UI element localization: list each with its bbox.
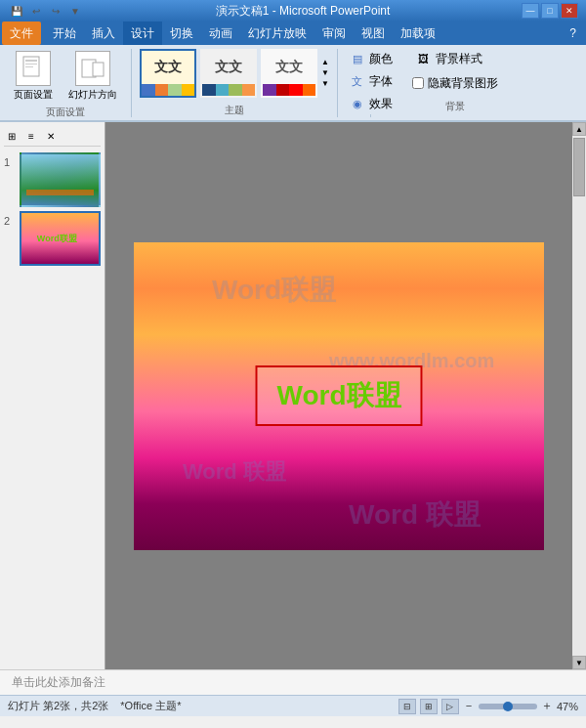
menu-review[interactable]: 审阅 (314, 21, 354, 45)
main-area: ⊞ ≡ ✕ 1 2 Word联盟 Word联盟 www.wordlm.co (0, 122, 586, 669)
menu-bar: 文件 开始 插入 设计 切换 动画 幻灯片放映 审阅 视图 加载项 ? (0, 21, 586, 45)
window-controls[interactable]: — □ ✕ (522, 3, 578, 19)
ribbon: 页面设置 幻灯片方向 页面设置 (0, 45, 586, 122)
orientation-icon (75, 51, 110, 86)
slide-thumbnail-2[interactable]: Word联盟 (20, 211, 101, 266)
font-label: 字体 (369, 73, 393, 90)
theme2-text: 文文 (215, 59, 242, 76)
effect-label: 效果 (369, 96, 393, 112)
menu-addins[interactable]: 加载项 (393, 21, 443, 45)
ribbon-content: 页面设置 幻灯片方向 页面设置 (0, 45, 586, 121)
ribbon-group-themes: 文文 文文 (140, 49, 338, 117)
hide-bg-checkbox[interactable] (412, 77, 424, 89)
color-button[interactable]: ▤ 颜色 (346, 49, 397, 69)
zoom-plus[interactable]: ＋ (541, 698, 553, 714)
pagesetup-group-label: 页面设置 (46, 106, 85, 119)
menu-home[interactable]: 开始 (45, 21, 84, 45)
status-left: 幻灯片 第2张，共2张 *Office 主题* (8, 699, 391, 713)
theme1-bars (142, 84, 194, 96)
panel-close-icon[interactable]: ✕ (43, 128, 59, 144)
menu-help[interactable]: ? (562, 21, 584, 45)
save-icon[interactable]: 💾 (8, 2, 25, 20)
normal-view-button[interactable]: ⊟ (398, 699, 416, 714)
panel-icon-outline[interactable]: ≡ (23, 128, 39, 144)
slide-panel: ⊞ ≡ ✕ 1 2 Word联盟 (0, 122, 105, 669)
ribbon-group-background: ▤ 颜色 文 字体 ◉ 效果 (346, 49, 404, 117)
pagesetup-buttons: 页面设置 幻灯片方向 (8, 49, 123, 104)
menu-view[interactable]: 视图 (354, 21, 393, 45)
menu-transition[interactable]: 切换 (162, 21, 201, 45)
canvas-area: Word联盟 www.wordlm.com Word 联盟 Word 联盟 Wo… (105, 122, 572, 669)
slide-sorter-button[interactable]: ⊞ (420, 699, 438, 714)
window-title: 演示文稿1 - Microsoft PowerPoint (84, 3, 522, 20)
color-icon: ▤ (350, 51, 365, 66)
slide-num-1: 1 (4, 156, 16, 168)
menu-design[interactable]: 设计 (123, 21, 162, 45)
menu-slideshow[interactable]: 幻灯片放映 (240, 21, 314, 45)
title-bar: 💾 ↩ ↪ ▼ 演示文稿1 - Microsoft PowerPoint — □… (0, 0, 586, 21)
slide-thumbnail-1[interactable] (20, 152, 101, 207)
theme1-text: 文文 (154, 59, 182, 76)
font-button[interactable]: 文 字体 (346, 71, 397, 92)
font-icon: 文 (350, 73, 365, 89)
undo-icon[interactable]: ↩ (27, 2, 45, 20)
zoom-slider[interactable] (479, 704, 537, 709)
hide-bg-row[interactable]: 隐藏背景图形 (412, 75, 498, 92)
panel-header: ⊞ ≡ ✕ (4, 126, 101, 147)
quick-access-toolbar[interactable]: 💾 ↩ ↪ ▼ (8, 2, 84, 20)
svg-rect-2 (25, 64, 37, 64)
bg-controls: 🖼 背景样式 隐藏背景图形 背景 (412, 49, 498, 117)
themes-scroll[interactable]: ▲ ▼ ▼ (321, 58, 329, 88)
notes-area[interactable]: 单击此处添加备注 (0, 669, 586, 695)
theme-button-3[interactable]: 文文 (261, 49, 317, 98)
close-button[interactable]: ✕ (561, 3, 578, 19)
menu-insert[interactable]: 插入 (84, 21, 123, 45)
effect-icon: ◉ (350, 96, 365, 111)
svg-rect-5 (93, 63, 104, 76)
theme3-text: 文文 (275, 59, 303, 76)
menu-animation[interactable]: 动画 (201, 21, 240, 45)
effect-button[interactable]: ◉ 效果 (346, 94, 397, 114)
slide-canvas[interactable]: Word联盟 www.wordlm.com Word 联盟 Word 联盟 Wo… (134, 242, 544, 550)
themes-expand-icon[interactable]: ▼ (321, 79, 329, 88)
slide-thumb-1[interactable]: 1 (4, 152, 101, 207)
ribbon-group-pagesetup: 页面设置 幻灯片方向 页面设置 (8, 49, 132, 117)
color-label: 颜色 (369, 51, 393, 67)
slide-thumb-2[interactable]: 2 Word联盟 (4, 211, 101, 266)
scroll-track[interactable] (572, 136, 586, 656)
minimize-button[interactable]: — (522, 3, 539, 19)
menu-file[interactable]: 文件 (2, 21, 41, 45)
page-setup-button[interactable]: 页面设置 (8, 49, 59, 104)
theme3-bars (263, 84, 315, 96)
panel-icon-slides[interactable]: ⊞ (4, 128, 20, 144)
bg-style-icon: 🖼 (416, 51, 432, 66)
page-setup-label: 页面设置 (14, 88, 53, 102)
slide-text-box[interactable]: Word联盟 (255, 365, 422, 426)
reading-view-button[interactable]: ▷ (441, 699, 459, 714)
themes-up-icon[interactable]: ▲ (321, 58, 329, 66)
vertical-scrollbar[interactable]: ▲ ▼ (572, 122, 586, 669)
background-controls: ▤ 颜色 文 字体 ◉ 效果 (346, 49, 397, 114)
svg-rect-3 (25, 66, 33, 67)
themes-buttons: 文文 文文 (140, 49, 329, 98)
svg-rect-1 (25, 60, 37, 62)
orientation-button[interactable]: 幻灯片方向 (63, 49, 123, 104)
more-icon[interactable]: ▼ (66, 2, 84, 20)
themes-down-icon[interactable]: ▼ (321, 68, 329, 77)
bg-style-button[interactable]: 🖼 背景样式 (412, 49, 498, 69)
bg-style-label: 背景样式 (436, 51, 482, 67)
scroll-down-button[interactable]: ▼ (572, 656, 586, 669)
theme-info: *Office 主题* (120, 699, 181, 713)
theme-button-1[interactable]: 文文 (140, 49, 196, 98)
redo-icon[interactable]: ↪ (47, 2, 64, 20)
scroll-thumb[interactable] (573, 138, 585, 196)
slide-info: 幻灯片 第2张，共2张 (8, 699, 108, 713)
theme2-bars (202, 84, 255, 96)
slide-text-content: Word联盟 (276, 380, 400, 410)
theme-button-2[interactable]: 文文 (200, 49, 257, 98)
zoom-minus[interactable]: － (463, 698, 475, 714)
status-bar: 幻灯片 第2张，共2张 *Office 主题* ⊟ ⊞ ▷ － ＋ 47% (0, 695, 586, 716)
maximize-button[interactable]: □ (541, 3, 559, 19)
zoom-thumb[interactable] (503, 702, 513, 711)
scroll-up-button[interactable]: ▲ (572, 122, 586, 136)
